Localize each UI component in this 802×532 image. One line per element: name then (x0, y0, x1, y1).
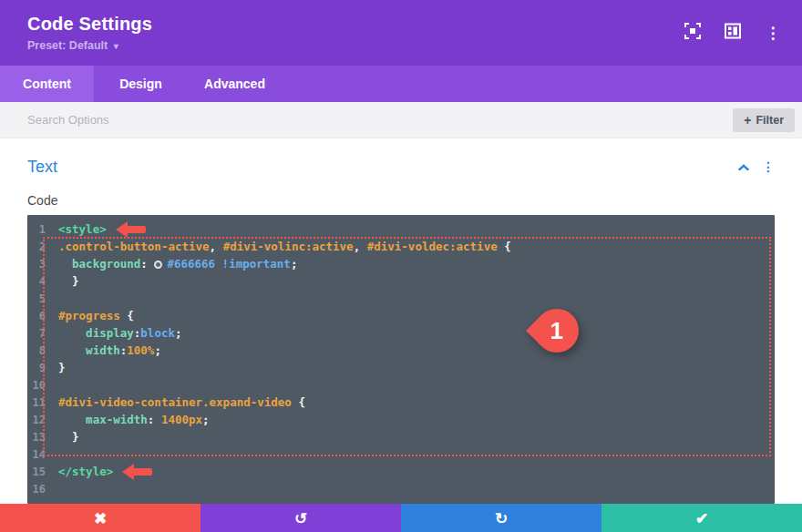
code-line: 1<style> (27, 220, 775, 238)
collapse-section-button[interactable] (738, 159, 749, 175)
header-menu-button[interactable]: ⋮ (764, 24, 782, 42)
code-text: max-width: 1400px; (58, 413, 210, 426)
badge-pin-icon: 1 (526, 300, 588, 362)
line-number: 10 (27, 379, 46, 392)
code-line: 9} (27, 359, 775, 376)
panel-layout-button[interactable] (724, 24, 742, 42)
preset-dropdown[interactable]: Preset: Default ▾ (27, 39, 152, 52)
kebab-menu-icon: ⋮ (766, 26, 781, 41)
code-text: } (58, 361, 66, 374)
redo-button[interactable]: ↻ (401, 504, 602, 532)
code-line: 6#progress { (27, 307, 775, 324)
line-number: 5 (27, 292, 46, 305)
chevron-up-icon (738, 159, 749, 175)
section-title: Text (27, 158, 57, 177)
code-line: 12 max-width: 1400px; (27, 411, 775, 428)
line-number: 9 (27, 362, 46, 374)
code-line: 11#divi-video-container.expand-video { (27, 394, 775, 411)
line-number: 8 (27, 344, 46, 357)
caret-down-icon: ▾ (114, 41, 118, 51)
code-text: .control-button-active, #divi-volinc:act… (58, 240, 511, 253)
line-number: 1 (27, 223, 46, 236)
footer-bar: ✖↺↻✔ (0, 504, 802, 532)
plus-icon: + (744, 113, 751, 128)
line-number: 16 (27, 483, 46, 496)
modal-header: Code Settings Preset: Default ▾ (0, 0, 802, 66)
content-panel: Text ⋮ Code 1<style>2.control-button-act… (0, 138, 802, 504)
code-text: <style> (58, 222, 107, 236)
redo-icon: ↻ (495, 511, 508, 527)
tab-design[interactable]: Design (94, 66, 188, 102)
page-title: Code Settings (27, 14, 152, 35)
red-arrow-icon (133, 468, 152, 476)
line-number: 12 (27, 414, 46, 426)
code-line: 13 } (27, 428, 775, 445)
line-number: 4 (27, 275, 46, 288)
panel-icon (725, 23, 741, 43)
filter-button[interactable]: + Filter (733, 108, 795, 132)
code-line: 4 } (27, 272, 775, 290)
code-text: } (58, 274, 79, 288)
code-line: 8 width:100%; (27, 342, 775, 359)
tab-content[interactable]: Content (0, 66, 94, 102)
code-text: #divi-video-container.expand-video { (58, 395, 305, 409)
cancel-icon: ✖ (94, 511, 107, 527)
line-number: 2 (27, 240, 46, 253)
header-icons: ⋮ (684, 24, 782, 42)
code-line: 15</style> (27, 463, 775, 480)
search-options-bar: + Filter (0, 102, 802, 138)
code-text: width:100%; (58, 343, 161, 357)
line-number: 11 (27, 396, 46, 409)
text-section-header: Text ⋮ (27, 156, 775, 178)
line-number: 6 (27, 310, 46, 322)
preset-label: Preset: Default (27, 39, 108, 52)
expand-icon (684, 23, 701, 43)
code-line: 14 (27, 445, 775, 463)
section-controls: ⋮ (738, 159, 775, 175)
header-titles: Code Settings Preset: Default ▾ (27, 14, 152, 52)
undo-icon: ↺ (294, 511, 307, 527)
line-number: 15 (27, 466, 46, 478)
line-number: 3 (27, 258, 46, 271)
code-text: #progress { (58, 309, 134, 322)
save-button[interactable]: ✔ (602, 504, 802, 532)
code-line: 7 display:block; (27, 324, 775, 342)
code-line: 10 (27, 376, 775, 394)
code-text: } (58, 430, 79, 444)
search-input[interactable] (0, 102, 733, 138)
kebab-menu-icon: ⋮ (762, 159, 775, 174)
cancel-button[interactable]: ✖ (0, 504, 200, 532)
expand-modal-button[interactable] (684, 24, 702, 42)
line-number: 13 (27, 431, 46, 444)
undo-button[interactable]: ↺ (200, 504, 401, 532)
code-lines: 1<style>2.control-button-active, #divi-v… (27, 215, 775, 497)
line-number: 14 (27, 448, 46, 461)
code-line: 2.control-button-active, #divi-volinc:ac… (27, 238, 775, 255)
code-line: 5 (27, 290, 775, 307)
code-settings-modal: Code Settings Preset: Default ▾ (0, 0, 802, 532)
code-line: 16 (27, 480, 775, 497)
code-text: display:block; (58, 326, 182, 340)
code-text: </style> (58, 465, 113, 478)
section-menu-button[interactable]: ⋮ (762, 159, 775, 174)
code-text: background: #666666 !important; (58, 257, 297, 271)
tab-bar: Content Design Advanced (0, 66, 802, 102)
code-field-label: Code (27, 193, 775, 208)
filter-button-label: Filter (756, 114, 784, 127)
code-line: 3 background: #666666 !important; (27, 255, 775, 272)
annotation-badge: 1 (535, 309, 579, 353)
red-arrow-icon (127, 226, 146, 233)
color-swatch-icon[interactable] (154, 261, 162, 269)
code-editor[interactable]: 1<style>2.control-button-active, #divi-v… (27, 215, 775, 504)
badge-number: 1 (550, 317, 563, 345)
save-icon: ✔ (695, 511, 708, 527)
tab-advanced[interactable]: Advanced (188, 66, 282, 102)
line-number: 7 (27, 327, 46, 340)
